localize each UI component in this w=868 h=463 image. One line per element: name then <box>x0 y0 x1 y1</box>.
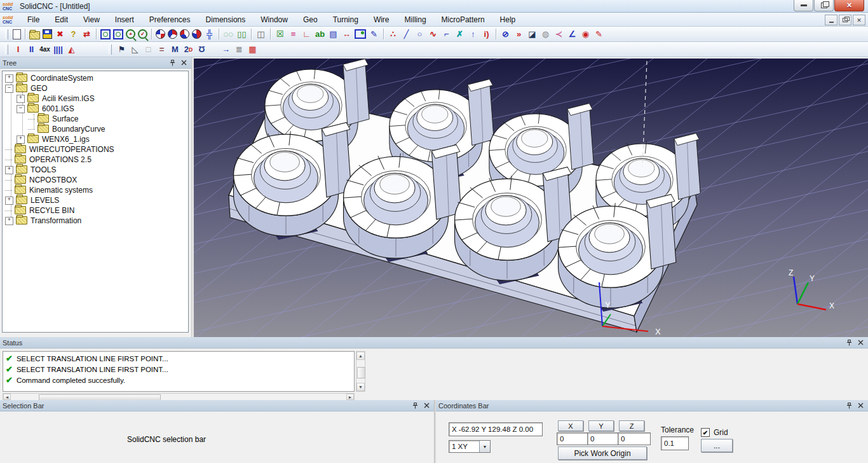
zoom-check-icon[interactable]: ✓ <box>138 29 147 39</box>
toolbar-grip[interactable] <box>5 29 8 39</box>
target-circle-icon[interactable]: ◉ <box>580 29 591 40</box>
status-close-button[interactable] <box>856 338 865 347</box>
text-ab-icon[interactable]: ab <box>315 29 325 40</box>
toolbar-grip[interactable] <box>5 45 8 55</box>
new-file-icon[interactable] <box>13 29 21 39</box>
tree-item-tools[interactable]: +TOOLS <box>3 165 188 175</box>
wirecut-1-icon[interactable]: I <box>13 44 24 55</box>
zoom-in-icon[interactable]: + <box>126 29 135 39</box>
iso-view-4-icon[interactable] <box>192 29 201 39</box>
scroll-right-arrow[interactable]: ► <box>346 394 354 400</box>
y-value-field[interactable]: 0 <box>587 432 620 445</box>
tree-item-operations-2-5[interactable]: OPERATIONS 2.5 <box>3 155 188 165</box>
x-axis-button[interactable]: X <box>558 420 583 431</box>
expand-plus-icon[interactable]: + <box>5 217 13 225</box>
expand-plus-icon[interactable]: + <box>5 74 13 83</box>
scroll-thumb[interactable] <box>357 367 365 378</box>
coordinates-pin-button[interactable] <box>844 401 854 410</box>
distance-icon[interactable]: ↔ <box>341 29 352 40</box>
y-axis-button[interactable]: Y <box>588 420 614 431</box>
expand-icon[interactable]: » <box>513 29 524 40</box>
projector-view-icon[interactable]: ◫ <box>255 29 266 40</box>
close-button[interactable]: ✕ <box>834 0 864 11</box>
wire-bars-icon[interactable]: |||| <box>53 44 64 55</box>
pen-icon[interactable]: ✎ <box>593 29 604 40</box>
ruler-icon[interactable]: ▤ <box>328 29 339 40</box>
scroll-up-arrow[interactable]: ▲ <box>356 352 365 360</box>
scroll-down-arrow[interactable]: ▼ <box>356 383 365 391</box>
menu-turning[interactable]: Turning <box>325 13 366 26</box>
zoom-extents-icon[interactable] <box>100 29 111 39</box>
scroll-left-arrow[interactable]: ◄ <box>3 394 11 400</box>
profile-icon[interactable]: ≺ <box>553 29 564 40</box>
menu-dimensions[interactable]: Dimensions <box>198 13 254 26</box>
tree-item-coordinatesystem[interactable]: +CoordinateSystem <box>3 73 188 83</box>
halves-icon[interactable] <box>210 46 218 53</box>
copy-entities-icon[interactable]: ◌◌ <box>223 29 234 40</box>
machining-m-icon[interactable]: M <box>170 44 180 55</box>
solid-cube-icon[interactable]: ◪ <box>527 29 538 40</box>
expand-plus-icon[interactable]: + <box>17 135 25 144</box>
ucs-axes-icon[interactable]: ∟ <box>301 29 312 40</box>
panel-splitter[interactable] <box>192 57 194 337</box>
save-icon[interactable] <box>43 29 52 39</box>
tree-item-ncpostbox[interactable]: NCPOSTBOX <box>3 175 188 185</box>
run-arrow-icon[interactable]: → <box>220 44 231 55</box>
menu-view[interactable]: View <box>76 13 107 26</box>
status-message-list[interactable]: ✔SELECT TRANSLATION LINE FIRST POINT...✔… <box>3 351 355 392</box>
restore-button[interactable] <box>814 0 834 11</box>
menu-window[interactable]: Window <box>253 13 295 26</box>
angle-icon[interactable]: ∠ <box>567 29 578 40</box>
stock-box-icon[interactable]: □ <box>143 44 154 55</box>
delete-icon[interactable]: ✖ <box>55 29 65 40</box>
iso-view-3-icon[interactable] <box>180 29 189 39</box>
tree-item-recyle-bin[interactable]: RECYLE BIN <box>3 205 188 216</box>
viewport-3d[interactable]: Y X Z Y X <box>194 59 868 337</box>
menu-micropattern[interactable]: MicroPattern <box>434 13 492 26</box>
fillet-icon[interactable]: ⌐ <box>441 29 452 40</box>
selection-pin-button[interactable] <box>410 401 420 410</box>
coordinates-close-button[interactable] <box>856 401 865 410</box>
viewport-canvas[interactable]: Y X Z Y X <box>194 59 868 337</box>
layers-icon[interactable]: ≡ <box>288 29 299 40</box>
mdi-minimize-button[interactable] <box>825 15 837 25</box>
tree-pin-button[interactable] <box>168 59 177 67</box>
two-d-icon[interactable]: 2D <box>183 44 194 55</box>
points-icon[interactable]: ∴ <box>388 29 398 40</box>
menu-insert[interactable]: Insert <box>107 13 142 26</box>
tree-item-levels[interactable]: +LEVELS <box>3 195 188 205</box>
tolerance-field[interactable]: 0.1 <box>661 436 689 450</box>
help-icon[interactable]: ? <box>68 29 79 40</box>
circle-icon[interactable]: ○ <box>414 29 425 40</box>
expand-plus-icon[interactable]: + <box>5 166 13 174</box>
chevron-down-icon[interactable]: ▼ <box>479 441 490 452</box>
move-up-icon[interactable]: ↑ <box>468 29 478 40</box>
shield-icon[interactable]: Ʊ <box>196 44 207 55</box>
tree-item-surface[interactable]: Surface <box>3 114 188 124</box>
more-options-button[interactable]: ... <box>701 439 733 452</box>
image-icon[interactable] <box>355 29 366 39</box>
tree-item-transformation[interactable]: +Transformation <box>3 216 188 226</box>
mdi-close-button[interactable]: ✕ <box>853 15 865 25</box>
status-vertical-scrollbar[interactable]: ▲ ▼ <box>356 351 365 392</box>
sketch-pencil-icon[interactable]: ✎ <box>369 29 379 40</box>
expand-plus-icon[interactable]: + <box>5 197 13 205</box>
zoom-window-icon[interactable] <box>113 29 123 39</box>
status-pin-button[interactable] <box>844 338 854 347</box>
pan-icon[interactable]: ╬ <box>204 29 215 40</box>
tree-item-wirecutoperations[interactable]: WIRECUTOPERATIONS <box>3 144 188 155</box>
tree-item-6001-igs[interactable]: −6001.IGS <box>3 104 188 114</box>
expand-plus-icon[interactable]: + <box>17 95 25 103</box>
iso-view-2-icon[interactable] <box>168 29 177 39</box>
wirecut-2-icon[interactable]: II <box>26 44 37 55</box>
select-box-icon[interactable]: ☒ <box>275 29 285 40</box>
four-axis-icon[interactable]: 4ax <box>39 44 50 55</box>
minimize-button[interactable] <box>794 0 813 11</box>
tree-item-kinematic-systems[interactable]: Kinematic systems <box>3 185 188 195</box>
slope-icon[interactable]: ◺ <box>130 44 140 55</box>
x-value-field[interactable]: 0 <box>557 432 590 445</box>
menu-milling[interactable]: Milling <box>397 13 434 26</box>
iso-view-1-icon[interactable] <box>156 29 165 39</box>
flag-icon[interactable]: ⚑ <box>116 44 127 55</box>
menu-geo[interactable]: Geo <box>295 13 325 26</box>
